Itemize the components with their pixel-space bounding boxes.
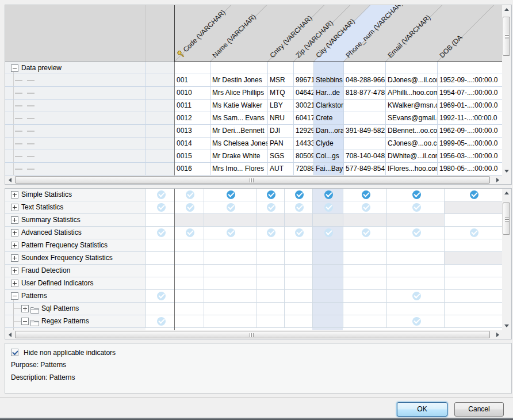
indicator-label-cell[interactable]: Simple Statistics — [5, 189, 146, 201]
indicator-cell[interactable] — [146, 277, 174, 289]
indicator-label[interactable]: Soundex Frequency Statistics — [21, 252, 113, 264]
indicator-cell[interactable] — [204, 227, 256, 239]
indicator-cell[interactable] — [204, 214, 256, 226]
indicator-cell[interactable] — [256, 277, 284, 289]
indicator-cell[interactable] — [312, 189, 343, 201]
indicator-cell[interactable] — [343, 239, 386, 251]
indicator-cell[interactable] — [256, 315, 284, 327]
indicator-cell[interactable] — [312, 227, 343, 239]
indicator-cell[interactable] — [343, 265, 386, 277]
indicator-label[interactable]: Text Statistics — [21, 201, 63, 213]
indicator-cell[interactable] — [204, 189, 256, 201]
indicator-label[interactable]: Sql Patterns — [41, 303, 79, 315]
indicator-cell[interactable] — [174, 201, 204, 213]
expand-icon[interactable] — [11, 242, 18, 249]
indicator-cell[interactable] — [444, 227, 502, 239]
indicator-cell[interactable] — [312, 303, 343, 315]
indicator-cell[interactable] — [146, 290, 174, 302]
scroll-up-button[interactable] — [502, 189, 511, 197]
indicator-cell[interactable] — [284, 214, 312, 226]
indicator-cell[interactable] — [284, 252, 312, 264]
indicator-cell[interactable] — [204, 290, 256, 302]
indicator-cell[interactable] — [444, 290, 502, 302]
indicator-cell[interactable] — [174, 277, 204, 289]
hscroll-thumb[interactable] — [15, 176, 490, 184]
indicator-cell[interactable] — [284, 290, 312, 302]
vscroll-thumb[interactable] — [503, 203, 510, 235]
indicator-cell[interactable] — [343, 303, 386, 315]
indicator-label-cell[interactable]: Sql Patterns — [5, 303, 146, 315]
indicator-cell[interactable] — [174, 303, 204, 315]
indicator-label-cell[interactable]: User Defined Indicators — [5, 277, 146, 289]
indicator-cell[interactable] — [444, 214, 502, 226]
expand-icon[interactable] — [11, 229, 18, 236]
indicator-cell[interactable] — [256, 239, 284, 251]
indicator-cell[interactable] — [174, 239, 204, 251]
indicator-cell[interactable] — [312, 265, 343, 277]
indicator-cell[interactable] — [343, 189, 386, 201]
indicator-label[interactable]: Regex Patterns — [41, 315, 89, 327]
indicator-cell[interactable] — [204, 239, 256, 251]
indicator-cell[interactable] — [312, 239, 343, 251]
collapse-icon[interactable] — [21, 318, 29, 325]
indicator-cell[interactable] — [146, 315, 174, 327]
expand-icon[interactable] — [11, 267, 18, 274]
scroll-left-button[interactable] — [5, 175, 14, 184]
scroll-right-button[interactable] — [493, 175, 502, 184]
vscroll-thumb[interactable] — [503, 17, 510, 56]
indicator-label[interactable]: Advanced Statistics — [21, 227, 82, 239]
indicator-label-cell[interactable]: Text Statistics — [5, 201, 146, 213]
indicator-label[interactable]: Fraud Detection — [21, 265, 70, 277]
scroll-down-button[interactable] — [502, 167, 511, 175]
indicator-cell[interactable] — [256, 201, 284, 213]
indicator-cell[interactable] — [386, 201, 444, 213]
indicator-label-cell[interactable]: Advanced Statistics — [5, 227, 146, 239]
indicator-cell[interactable] — [386, 227, 444, 239]
indicator-cell[interactable] — [444, 315, 502, 327]
indicator-cell[interactable] — [386, 303, 444, 315]
indicator-cell[interactable] — [174, 290, 204, 302]
indicator-label-cell[interactable]: Regex Patterns — [5, 315, 146, 327]
indicator-label-cell[interactable]: Soundex Frequency Statistics — [5, 252, 146, 264]
indicator-cell[interactable] — [444, 265, 502, 277]
indicator-cell[interactable] — [204, 252, 256, 264]
indicator-label[interactable]: User Defined Indicators — [21, 277, 93, 289]
indicator-cell[interactable] — [174, 189, 204, 201]
indicator-cell[interactable] — [386, 277, 444, 289]
indicator-cell[interactable] — [146, 189, 174, 201]
indicator-cell[interactable] — [312, 277, 343, 289]
indicator-cell[interactable] — [204, 303, 256, 315]
indicator-cell[interactable] — [343, 227, 386, 239]
indicator-cell[interactable] — [312, 290, 343, 302]
expand-icon[interactable] — [11, 191, 18, 198]
indicator-cell[interactable] — [146, 265, 174, 277]
indicator-cell[interactable] — [146, 214, 174, 226]
indicator-label-cell[interactable]: Pattern Frequency Statistics — [5, 239, 146, 251]
indicator-label-cell[interactable]: Fraud Detection — [5, 265, 146, 277]
cancel-button[interactable]: Cancel — [454, 402, 504, 417]
indicator-cell[interactable] — [444, 201, 502, 213]
indicator-cell[interactable] — [343, 201, 386, 213]
indicator-cell[interactable] — [256, 290, 284, 302]
preview-vscrollbar[interactable] — [502, 5, 511, 175]
indicator-cell[interactable] — [256, 303, 284, 315]
indicator-label[interactable]: Patterns — [21, 290, 47, 302]
indicator-cell[interactable] — [146, 303, 174, 315]
indicator-cell[interactable] — [146, 227, 174, 239]
indicator-cell[interactable] — [284, 201, 312, 213]
indicator-cell[interactable] — [284, 277, 312, 289]
indicators-vscrollbar[interactable] — [502, 189, 511, 330]
indicator-cell[interactable] — [204, 201, 256, 213]
indicator-cell[interactable] — [256, 189, 284, 201]
indicator-label[interactable]: Simple Statistics — [21, 189, 72, 201]
indicator-cell[interactable] — [386, 214, 444, 226]
indicator-cell[interactable] — [204, 315, 256, 327]
scroll-up-button[interactable] — [502, 5, 511, 14]
indicator-cell[interactable] — [204, 277, 256, 289]
expand-icon[interactable] — [21, 305, 29, 312]
indicator-cell[interactable] — [343, 277, 386, 289]
indicator-cell[interactable] — [284, 227, 312, 239]
indicators-hscrollbar[interactable] — [5, 330, 502, 339]
indicator-cell[interactable] — [444, 252, 502, 264]
indicator-cell[interactable] — [386, 315, 444, 327]
